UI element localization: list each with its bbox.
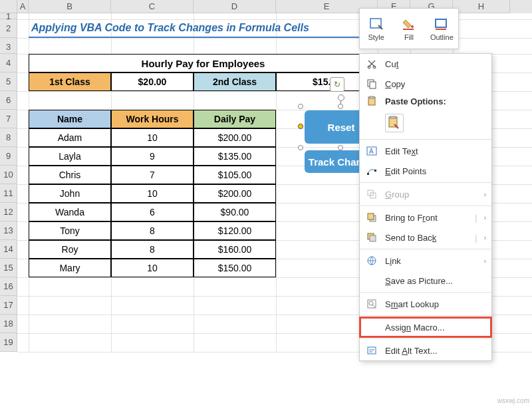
mini-toolbar: Style Fill Outline <box>359 8 459 49</box>
style-tool[interactable]: Style <box>360 9 392 49</box>
menu-group: Group › <box>360 184 491 204</box>
row-header-12[interactable]: 12 <box>0 203 17 221</box>
menu-label: Cut <box>385 59 486 69</box>
smart-lookup-icon <box>365 297 378 311</box>
table-row: John 10 $200.00 <box>29 184 276 203</box>
row-header-9[interactable]: 9 <box>0 147 17 166</box>
outline-tool[interactable]: Outline <box>426 9 458 49</box>
cell-hours: 10 <box>111 259 194 277</box>
svg-rect-4 <box>436 29 446 30</box>
row-header-5[interactable]: 5 <box>0 72 17 91</box>
row-header-3[interactable]: 3 <box>0 38 17 54</box>
svg-rect-10 <box>370 96 374 98</box>
row-header-2[interactable]: 2 <box>0 19 17 38</box>
row-header-1[interactable]: 1 <box>0 13 17 19</box>
menu-label: Assign Macro... <box>385 323 486 333</box>
chevron-right-icon: › <box>484 234 486 241</box>
menu-label: Paste Options: <box>385 96 486 106</box>
menu-label: Bring to Front <box>385 213 468 223</box>
chevron-right-icon: › <box>484 214 486 221</box>
svg-rect-12 <box>390 116 396 118</box>
style-icon <box>368 16 384 32</box>
menu-cut[interactable]: Cut <box>360 54 491 74</box>
cell-pay: $200.00 <box>194 184 276 203</box>
row-header-10[interactable]: 10 <box>0 166 17 184</box>
menu-label: Group <box>385 190 477 200</box>
header-hours: Work Hours <box>111 110 194 128</box>
svg-rect-15 <box>367 173 369 175</box>
menu-copy[interactable]: Copy <box>360 74 491 94</box>
cell-pay: $200.00 <box>194 128 276 147</box>
header-pay: Daily Pay <box>194 110 276 128</box>
menu-edit-points[interactable]: Edit Points <box>360 161 491 181</box>
cell-hours: 9 <box>111 147 194 166</box>
row-header-7[interactable]: 7 <box>0 110 17 128</box>
cell-name: Tony <box>29 221 111 240</box>
menu-label: Save as Picture... <box>385 276 486 286</box>
row-header-15[interactable]: 15 <box>0 259 17 277</box>
table-title: Hourly Pay for Employees <box>29 54 378 72</box>
bring-front-icon <box>365 211 378 224</box>
cell-1st-class: 1st Class <box>29 72 111 91</box>
menu-paste-options: Paste Options: <box>360 94 491 108</box>
refresh-icon[interactable]: ↻ <box>330 77 344 92</box>
cell-pay: $120.00 <box>194 221 276 240</box>
class-header-row: 1st Class $20.00 2nd Class $15.00 <box>29 72 378 91</box>
edit-text-icon: A <box>365 144 378 158</box>
menu-label: Link <box>385 256 477 266</box>
svg-rect-8 <box>370 82 376 88</box>
row-header-16[interactable]: 16 <box>0 277 17 296</box>
col-header-C[interactable]: C <box>111 0 194 13</box>
menu-edit-text[interactable]: A Edit Text <box>360 141 491 161</box>
svg-rect-3 <box>436 19 446 27</box>
table-row: Mary 10 $150.00 <box>29 259 276 277</box>
svg-rect-2 <box>403 29 414 30</box>
menu-label: Edit Alt Text... <box>385 346 486 356</box>
fill-icon <box>401 16 417 32</box>
cell-pay: $135.00 <box>194 147 276 166</box>
svg-point-1 <box>411 25 414 28</box>
cell-hours: 10 <box>111 128 194 147</box>
chevron-right-icon: › <box>484 257 486 265</box>
menu-smart-lookup[interactable]: Smart Lookup <box>360 294 491 314</box>
style-label: Style <box>368 33 384 41</box>
cell-hours: 7 <box>111 166 194 184</box>
fill-label: Fill <box>404 33 414 41</box>
row-header-6[interactable]: 6 <box>0 91 17 110</box>
row-header-4[interactable]: 4 <box>0 54 17 72</box>
row-header-17[interactable]: 17 <box>0 296 17 315</box>
col-header-D[interactable]: D <box>194 0 276 13</box>
row-header-8[interactable]: 8 <box>0 128 17 147</box>
menu-send-to-back[interactable]: Send to Back | › <box>360 227 491 247</box>
row-header-18[interactable]: 18 <box>0 315 17 333</box>
row-header-11[interactable]: 11 <box>0 184 17 203</box>
col-header-B[interactable]: B <box>29 0 111 13</box>
menu-paste-keep-formatting[interactable] <box>360 108 491 138</box>
col-header-A[interactable]: A <box>17 0 29 13</box>
copy-icon <box>365 77 378 90</box>
menu-label: Edit Text <box>385 146 486 156</box>
menu-save-as-picture[interactable]: Save as Picture... <box>360 271 491 291</box>
fill-tool[interactable]: Fill <box>392 9 425 49</box>
menu-edit-alt-text[interactable]: Edit Alt Text... <box>360 340 491 360</box>
cell-pay: $90.00 <box>194 203 276 221</box>
svg-rect-26 <box>368 347 376 354</box>
row-header-13[interactable]: 13 <box>0 221 17 240</box>
svg-rect-16 <box>374 170 376 172</box>
cell-2nd-class: 2nd Class <box>194 72 276 91</box>
cell-hours: 10 <box>111 184 194 203</box>
svg-text:A: A <box>369 148 374 155</box>
menu-bring-to-front[interactable]: Bring to Front | › <box>360 207 491 227</box>
blank-icon <box>365 274 378 287</box>
row-header-19[interactable]: 19 <box>0 333 17 352</box>
menu-assign-macro[interactable]: Assign Macro... <box>360 317 491 337</box>
svg-rect-22 <box>370 235 376 241</box>
cell-name: Chris <box>29 166 111 184</box>
row-header-14[interactable]: 14 <box>0 240 17 259</box>
col-header-H[interactable]: H <box>453 0 510 13</box>
menu-link[interactable]: Link › <box>360 251 491 271</box>
svg-rect-20 <box>368 213 374 219</box>
cell-1st-class-val: $20.00 <box>111 72 194 91</box>
cell-pay: $105.00 <box>194 166 276 184</box>
cell-pay: $160.00 <box>194 240 276 259</box>
